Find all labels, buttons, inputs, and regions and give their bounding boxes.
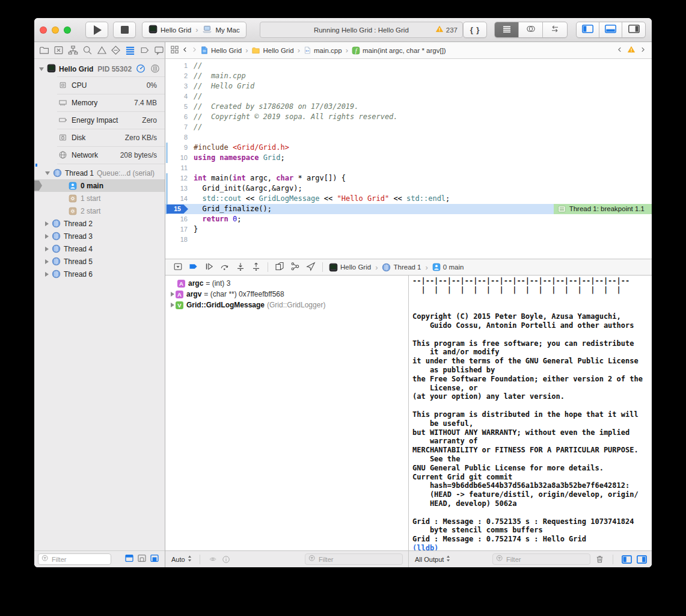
- code-line[interactable]: 4//: [165, 91, 652, 102]
- breadcrumb-item[interactable]: fmain(int argc, char * argv[]): [352, 46, 446, 55]
- code-line[interactable]: 18: [165, 235, 652, 245]
- variables-scope-select[interactable]: Auto: [171, 555, 192, 563]
- code-line[interactable]: 5// Created by s1786208 on 17/03/2019.: [165, 102, 652, 112]
- toggle-debug-area-button[interactable]: [599, 22, 622, 37]
- issue-navigator-button[interactable]: [96, 45, 108, 57]
- view-hierarchy-button[interactable]: [272, 261, 287, 273]
- stat-row-energy-impact[interactable]: Energy ImpactZero: [34, 111, 165, 129]
- breakpoints-toggle-button[interactable]: [186, 261, 201, 273]
- filter-flagged-icon[interactable]: [137, 553, 147, 565]
- hide-debug-area-button[interactable]: [170, 261, 186, 273]
- variable-row[interactable]: Aargc= (int) 3: [165, 278, 408, 289]
- disclosure-triangle[interactable]: [45, 171, 50, 175]
- stat-row-memory[interactable]: Memory7.4 MB: [34, 94, 165, 111]
- line-number[interactable]: 8: [165, 132, 188, 143]
- warning-count-button[interactable]: 237: [435, 22, 458, 37]
- thread-row[interactable]: Thread 4: [34, 242, 165, 255]
- close-window-button[interactable]: [40, 26, 47, 34]
- line-number[interactable]: 9: [165, 143, 188, 153]
- minimize-window-button[interactable]: [52, 26, 59, 34]
- line-number[interactable]: 4: [165, 91, 188, 102]
- simulate-location-button[interactable]: [303, 261, 319, 273]
- code-line[interactable]: 6// Copyright © 2019 sopa. All rights re…: [165, 112, 652, 122]
- stack-frame-row[interactable]: 2 start: [34, 205, 165, 217]
- zoom-window-button[interactable]: [64, 26, 71, 34]
- disclosure-triangle[interactable]: [45, 234, 49, 239]
- back-button[interactable]: [182, 46, 188, 55]
- stack-frame-row[interactable]: 1 start: [34, 192, 165, 205]
- code-line[interactable]: 1//: [165, 61, 652, 71]
- breadcrumb-item[interactable]: Hello Grid: [200, 46, 242, 55]
- profile-gauge-icon[interactable]: [136, 64, 145, 75]
- filter-running-icon[interactable]: [124, 553, 134, 565]
- thread-row[interactable]: Thread 2: [34, 217, 165, 230]
- instruction-pointer-badge[interactable]: 15: [167, 205, 188, 214]
- code-snippets-button[interactable]: { }: [463, 22, 487, 38]
- thread-row[interactable]: Thread 1Queue:...d (serial): [34, 167, 165, 179]
- report-navigator-button[interactable]: [153, 45, 165, 57]
- debug-navigator-button[interactable]: [124, 45, 136, 57]
- line-number[interactable]: 10: [165, 153, 188, 163]
- assistant-editor-button[interactable]: [519, 22, 543, 37]
- stat-row-cpu[interactable]: CPU0%: [34, 76, 165, 94]
- debug-location-item[interactable]: 0 main: [432, 263, 464, 271]
- quicklook-eye-icon[interactable]: [208, 555, 218, 563]
- thread-row[interactable]: Thread 3: [34, 230, 165, 242]
- symbol-navigator-button[interactable]: [67, 45, 79, 57]
- variable-row[interactable]: VGrid::GridLogMessage(Grid::GridLogger): [165, 300, 408, 310]
- navigator-filter-input[interactable]: Filter: [38, 553, 111, 565]
- code-line[interactable]: 12int main(int argc, char * argv[]) {: [165, 173, 652, 183]
- console-output-select[interactable]: All Output: [415, 555, 450, 563]
- filter-stacks-icon[interactable]: [150, 553, 159, 565]
- stack-frame-row[interactable]: 0 main: [34, 179, 165, 192]
- previous-issue-button[interactable]: [617, 46, 623, 55]
- code-line[interactable]: 2// main.cpp: [165, 71, 652, 81]
- warning-icon[interactable]: [627, 46, 635, 55]
- line-number[interactable]: 16: [165, 214, 188, 224]
- line-number[interactable]: 5: [165, 102, 188, 112]
- breakpoint-navigator-button[interactable]: [139, 45, 150, 57]
- code-line[interactable]: 9#include <Grid/Grid.h>: [165, 143, 652, 153]
- code-line[interactable]: 10using namespace Grid;: [165, 153, 652, 163]
- code-line[interactable]: 17}: [165, 224, 652, 235]
- stop-button[interactable]: [113, 22, 136, 38]
- debug-location-item[interactable]: Thread 1: [382, 263, 421, 272]
- scheme-selector[interactable]: Hello Grid › My Mac: [142, 22, 247, 38]
- code-line[interactable]: 14 std::cout << GridLogMessage << "Hello…: [165, 194, 652, 204]
- thread-row[interactable]: Thread 6: [34, 268, 165, 280]
- code-line[interactable]: 8: [165, 132, 652, 143]
- toggle-variables-pane-button[interactable]: [622, 555, 632, 564]
- line-number[interactable]: 18: [165, 235, 188, 245]
- console-output[interactable]: --|--|--|--|--|--|--|--|--|--|--|--|--|-…: [409, 276, 652, 550]
- disclosure-triangle[interactable]: [171, 303, 174, 307]
- project-navigator-button[interactable]: [38, 45, 50, 57]
- code-line[interactable]: 3// Hello Grid: [165, 81, 652, 91]
- code-line[interactable]: 11: [165, 163, 652, 173]
- next-issue-button[interactable]: [640, 46, 646, 55]
- line-number[interactable]: 1: [165, 61, 188, 71]
- disclosure-triangle[interactable]: [45, 272, 49, 277]
- line-number[interactable]: 11: [165, 163, 188, 173]
- variable-row[interactable]: Aargv= (char **) 0x7ffeefbff568: [165, 289, 408, 300]
- standard-editor-button[interactable]: [495, 22, 519, 37]
- breadcrumb-item[interactable]: Hello Grid: [251, 46, 293, 55]
- code-line[interactable]: 15 Grid_finalize();Thread 1: breakpoint …: [165, 204, 652, 214]
- step-over-button[interactable]: [217, 261, 233, 273]
- step-into-button[interactable]: [233, 261, 248, 273]
- find-navigator-button[interactable]: [82, 45, 93, 57]
- toggle-navigator-button[interactable]: [577, 22, 599, 37]
- code-line[interactable]: 7//: [165, 122, 652, 132]
- line-number[interactable]: 3: [165, 81, 188, 91]
- line-number[interactable]: 17: [165, 224, 188, 235]
- debug-location-item[interactable]: Hello Grid: [329, 263, 371, 272]
- disclosure-triangle[interactable]: [171, 292, 174, 297]
- step-out-button[interactable]: [248, 261, 264, 273]
- disclosure-triangle[interactable]: [45, 259, 49, 264]
- code-line[interactable]: 13 Grid_init(&argc,&argv);: [165, 183, 652, 194]
- info-icon[interactable]: [222, 555, 230, 564]
- related-items-icon[interactable]: [170, 45, 179, 56]
- line-number[interactable]: 6: [165, 112, 188, 122]
- process-row[interactable]: Hello Grid PID 55302: [34, 62, 165, 76]
- view-mode-icon[interactable]: [150, 64, 160, 75]
- lldb-prompt[interactable]: (lldb): [412, 544, 652, 550]
